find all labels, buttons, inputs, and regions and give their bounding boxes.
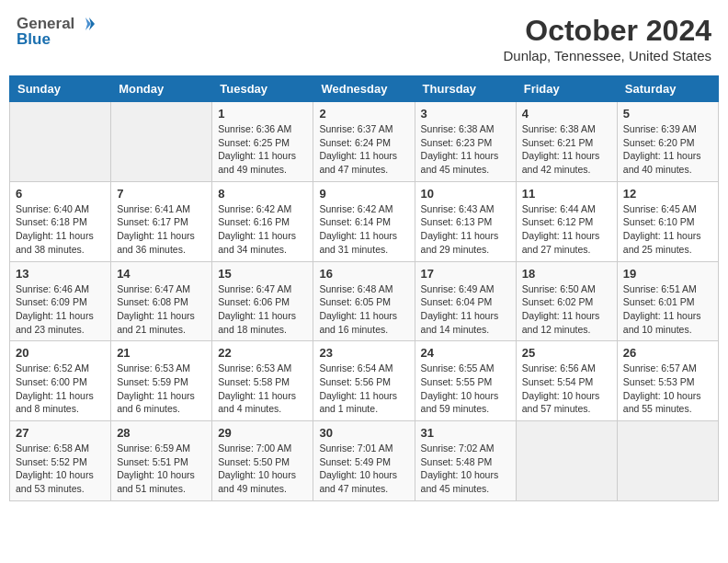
- logo: General Blue: [17, 14, 97, 49]
- day-number: 23: [319, 346, 408, 360]
- calendar-cell: 25Sunrise: 6:56 AMSunset: 5:54 PMDayligh…: [516, 341, 617, 421]
- calendar-cell: 6Sunrise: 6:40 AMSunset: 6:18 PMDaylight…: [10, 181, 111, 261]
- day-info: Sunrise: 6:51 AMSunset: 6:01 PMDaylight:…: [623, 282, 712, 337]
- calendar-cell: 28Sunrise: 6:59 AMSunset: 5:51 PMDayligh…: [111, 421, 212, 501]
- day-number: 25: [522, 346, 611, 360]
- calendar-cell: 17Sunrise: 6:49 AMSunset: 6:04 PMDayligh…: [415, 261, 516, 341]
- day-info: Sunrise: 6:52 AMSunset: 6:00 PMDaylight:…: [16, 362, 105, 416]
- day-number: 4: [522, 107, 611, 121]
- logo-text-blue: Blue: [17, 30, 51, 49]
- calendar-cell: 14Sunrise: 6:47 AMSunset: 6:08 PMDayligh…: [111, 261, 212, 341]
- day-number: 19: [623, 267, 712, 281]
- day-info: Sunrise: 7:00 AMSunset: 5:50 PMDaylight:…: [218, 442, 307, 496]
- day-number: 24: [421, 346, 510, 360]
- day-info: Sunrise: 6:53 AMSunset: 5:58 PMDaylight:…: [218, 362, 307, 416]
- calendar-cell: 5Sunrise: 6:39 AMSunset: 6:20 PMDaylight…: [617, 102, 718, 182]
- calendar-cell: 23Sunrise: 6:54 AMSunset: 5:56 PMDayligh…: [313, 341, 415, 421]
- day-number: 29: [218, 426, 307, 440]
- calendar-cell: 8Sunrise: 6:42 AMSunset: 6:16 PMDaylight…: [212, 181, 313, 261]
- day-number: 17: [421, 267, 510, 281]
- calendar-cell: 13Sunrise: 6:46 AMSunset: 6:09 PMDayligh…: [10, 261, 111, 341]
- day-number: 3: [421, 107, 510, 121]
- location: Dunlap, Tennessee, United States: [503, 48, 711, 63]
- day-number: 8: [218, 187, 307, 201]
- calendar-cell: 3Sunrise: 6:38 AMSunset: 6:23 PMDaylight…: [415, 102, 516, 182]
- day-number: 27: [16, 426, 105, 440]
- day-info: Sunrise: 6:53 AMSunset: 5:59 PMDaylight:…: [117, 362, 206, 416]
- weekday-header-monday: Monday: [111, 76, 212, 102]
- day-info: Sunrise: 6:36 AMSunset: 6:25 PMDaylight:…: [218, 122, 307, 177]
- calendar-cell: 1Sunrise: 6:36 AMSunset: 6:25 PMDaylight…: [212, 102, 313, 182]
- day-info: Sunrise: 6:50 AMSunset: 6:02 PMDaylight:…: [522, 282, 611, 337]
- calendar-cell: 10Sunrise: 6:43 AMSunset: 6:13 PMDayligh…: [415, 181, 516, 261]
- day-info: Sunrise: 6:39 AMSunset: 6:20 PMDaylight:…: [623, 122, 712, 177]
- calendar-cell: 29Sunrise: 7:00 AMSunset: 5:50 PMDayligh…: [212, 421, 313, 501]
- day-info: Sunrise: 6:58 AMSunset: 5:52 PMDaylight:…: [16, 442, 105, 496]
- day-number: 22: [218, 346, 307, 360]
- day-number: 30: [319, 426, 408, 440]
- day-number: 28: [117, 426, 206, 440]
- day-number: 6: [16, 187, 105, 201]
- calendar-cell: [10, 102, 111, 182]
- calendar-cell: 7Sunrise: 6:41 AMSunset: 6:17 PMDaylight…: [111, 181, 212, 261]
- day-number: 15: [218, 267, 307, 281]
- day-info: Sunrise: 6:38 AMSunset: 6:21 PMDaylight:…: [522, 122, 611, 177]
- day-number: 18: [522, 267, 611, 281]
- title-block: October 2024 Dunlap, Tennessee, United S…: [503, 14, 711, 63]
- day-number: 12: [623, 187, 712, 201]
- day-info: Sunrise: 6:56 AMSunset: 5:54 PMDaylight:…: [522, 362, 611, 416]
- day-info: Sunrise: 6:41 AMSunset: 6:17 PMDaylight:…: [117, 202, 206, 257]
- day-info: Sunrise: 6:45 AMSunset: 6:10 PMDaylight:…: [623, 202, 712, 257]
- calendar-cell: 18Sunrise: 6:50 AMSunset: 6:02 PMDayligh…: [516, 261, 617, 341]
- calendar-cell: 26Sunrise: 6:57 AMSunset: 5:53 PMDayligh…: [617, 341, 718, 421]
- day-number: 13: [16, 267, 105, 281]
- calendar-cell: 16Sunrise: 6:48 AMSunset: 6:05 PMDayligh…: [313, 261, 415, 341]
- day-info: Sunrise: 6:57 AMSunset: 5:53 PMDaylight:…: [623, 362, 712, 416]
- calendar-cell: [516, 421, 617, 501]
- calendar-cell: 24Sunrise: 6:55 AMSunset: 5:55 PMDayligh…: [415, 341, 516, 421]
- calendar-cell: 4Sunrise: 6:38 AMSunset: 6:21 PMDaylight…: [516, 102, 617, 182]
- page-header: General Blue October 2024 Dunlap, Tennes…: [9, 9, 719, 68]
- calendar-cell: 2Sunrise: 6:37 AMSunset: 6:24 PMDaylight…: [313, 102, 415, 182]
- day-info: Sunrise: 6:40 AMSunset: 6:18 PMDaylight:…: [16, 202, 105, 257]
- calendar-cell: 22Sunrise: 6:53 AMSunset: 5:58 PMDayligh…: [212, 341, 313, 421]
- calendar-cell: 11Sunrise: 6:44 AMSunset: 6:12 PMDayligh…: [516, 181, 617, 261]
- day-number: 10: [421, 187, 510, 201]
- day-info: Sunrise: 6:42 AMSunset: 6:16 PMDaylight:…: [218, 202, 307, 257]
- day-info: Sunrise: 6:44 AMSunset: 6:12 PMDaylight:…: [522, 202, 611, 257]
- calendar-table: SundayMondayTuesdayWednesdayThursdayFrid…: [9, 75, 719, 501]
- day-number: 9: [319, 187, 408, 201]
- weekday-header-friday: Friday: [516, 76, 617, 102]
- day-number: 5: [623, 107, 712, 121]
- calendar-cell: 19Sunrise: 6:51 AMSunset: 6:01 PMDayligh…: [617, 261, 718, 341]
- calendar-cell: 21Sunrise: 6:53 AMSunset: 5:59 PMDayligh…: [111, 341, 212, 421]
- calendar-cell: 9Sunrise: 6:42 AMSunset: 6:14 PMDaylight…: [313, 181, 415, 261]
- day-info: Sunrise: 6:47 AMSunset: 6:08 PMDaylight:…: [117, 282, 206, 337]
- day-info: Sunrise: 6:59 AMSunset: 5:51 PMDaylight:…: [117, 442, 206, 496]
- month-title: October 2024: [503, 14, 711, 48]
- day-number: 31: [421, 426, 510, 440]
- day-info: Sunrise: 6:55 AMSunset: 5:55 PMDaylight:…: [421, 362, 510, 416]
- day-info: Sunrise: 6:48 AMSunset: 6:05 PMDaylight:…: [319, 282, 408, 337]
- calendar-cell: 27Sunrise: 6:58 AMSunset: 5:52 PMDayligh…: [10, 421, 111, 501]
- day-info: Sunrise: 6:54 AMSunset: 5:56 PMDaylight:…: [319, 362, 408, 416]
- day-number: 21: [117, 346, 206, 360]
- day-number: 11: [522, 187, 611, 201]
- day-number: 1: [218, 107, 307, 121]
- day-info: Sunrise: 7:02 AMSunset: 5:48 PMDaylight:…: [421, 442, 510, 496]
- calendar-cell: 30Sunrise: 7:01 AMSunset: 5:49 PMDayligh…: [313, 421, 415, 501]
- day-info: Sunrise: 6:38 AMSunset: 6:23 PMDaylight:…: [421, 122, 510, 177]
- day-number: 26: [623, 346, 712, 360]
- day-info: Sunrise: 6:49 AMSunset: 6:04 PMDaylight:…: [421, 282, 510, 337]
- day-info: Sunrise: 6:46 AMSunset: 6:09 PMDaylight:…: [16, 282, 105, 337]
- weekday-header-saturday: Saturday: [617, 76, 718, 102]
- calendar-cell: [111, 102, 212, 182]
- day-info: Sunrise: 6:43 AMSunset: 6:13 PMDaylight:…: [421, 202, 510, 257]
- day-info: Sunrise: 6:37 AMSunset: 6:24 PMDaylight:…: [319, 122, 408, 177]
- weekday-header-sunday: Sunday: [10, 76, 111, 102]
- weekday-header-wednesday: Wednesday: [313, 76, 415, 102]
- day-number: 16: [319, 267, 408, 281]
- calendar-cell: [617, 421, 718, 501]
- day-info: Sunrise: 6:42 AMSunset: 6:14 PMDaylight:…: [319, 202, 408, 257]
- day-number: 2: [319, 107, 408, 121]
